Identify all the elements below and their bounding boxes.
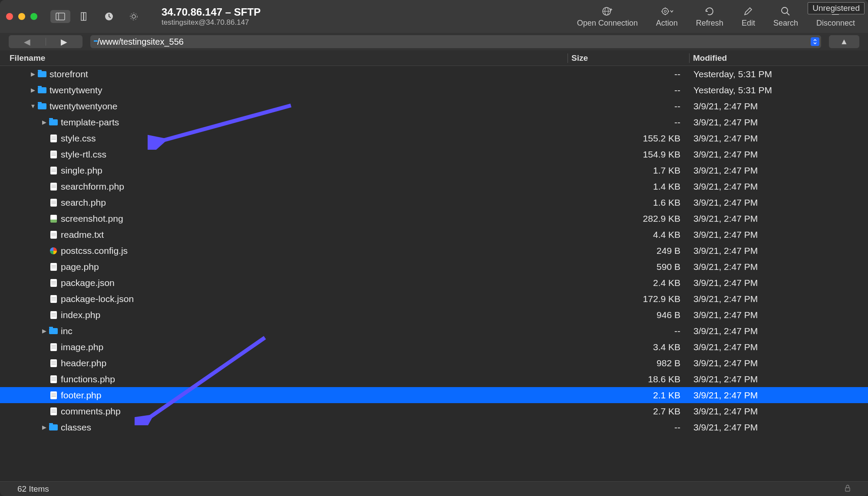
file-row[interactable]: style-rtl.css154.9 KB3/9/21, 2:47 PM <box>0 146 868 162</box>
refresh-label: Refresh <box>696 19 723 28</box>
document-file-icon <box>49 167 58 174</box>
file-name: image.php <box>61 342 103 352</box>
disclosure-triangle[interactable]: ▶ <box>40 119 49 125</box>
bookmarks-icon[interactable] <box>75 9 95 24</box>
file-row[interactable]: readme.txt4.4 KB3/9/21, 2:47 PM <box>0 227 868 243</box>
edit-button[interactable]: Edit <box>735 5 762 28</box>
file-row[interactable]: package.json2.4 KB3/9/21, 2:47 PM <box>0 275 868 291</box>
file-row[interactable]: postcss.config.js249 B3/9/21, 2:47 PM <box>0 243 868 259</box>
file-name: storefront <box>50 69 88 79</box>
nav-back-button[interactable]: ◀ <box>9 37 46 47</box>
svg-point-5 <box>132 15 135 18</box>
document-file-icon <box>49 263 58 271</box>
file-name: footer.php <box>61 390 101 401</box>
file-row[interactable]: footer.php2.1 KB3/9/21, 2:47 PM <box>0 387 868 403</box>
titlebar: 34.70.86.147 – SFTP testingsitex@34.70.8… <box>0 0 868 33</box>
document-file-icon <box>49 359 58 367</box>
nav-forward-button[interactable]: ▶ <box>46 37 83 47</box>
document-file-icon <box>49 151 58 158</box>
folder-row[interactable]: ▼twentytwentyone--3/9/21, 2:47 PM <box>0 98 868 114</box>
zoom-window-button[interactable] <box>30 13 37 20</box>
file-modified: 3/9/21, 2:47 PM <box>689 278 859 288</box>
file-modified: 3/9/21, 2:47 PM <box>689 101 859 112</box>
history-icon[interactable] <box>99 9 119 24</box>
image-file-icon <box>49 215 58 223</box>
file-modified: 3/9/21, 2:47 PM <box>689 390 859 401</box>
gear-icon <box>660 5 673 17</box>
file-row[interactable]: image.php3.4 KB3/9/21, 2:47 PM <box>0 339 868 355</box>
file-name: index.php <box>61 310 100 320</box>
file-modified: 3/9/21, 2:47 PM <box>689 133 859 144</box>
folder-icon <box>37 71 47 77</box>
search-button[interactable]: Search <box>766 5 805 28</box>
file-row[interactable]: header.php982 B3/9/21, 2:47 PM <box>0 355 868 371</box>
document-file-icon <box>49 231 58 239</box>
pencil-icon <box>743 5 753 17</box>
open-connection-button[interactable]: Open Connection <box>570 5 645 28</box>
bonjour-icon[interactable] <box>123 9 144 24</box>
file-row[interactable]: index.php946 B3/9/21, 2:47 PM <box>0 307 868 323</box>
file-size: 18.6 KB <box>568 374 689 384</box>
folder-row[interactable]: ▶storefront--Yesterday, 5:31 PM <box>0 66 868 82</box>
column-filename[interactable]: Filename <box>0 53 568 63</box>
window-title: 34.70.86.147 – SFTP <box>162 6 261 18</box>
file-row[interactable]: functions.php18.6 KB3/9/21, 2:47 PM <box>0 371 868 387</box>
disclosure-triangle[interactable]: ▼ <box>29 103 37 109</box>
document-file-icon <box>49 199 58 207</box>
file-row[interactable]: screenshot.png282.9 KB3/9/21, 2:47 PM <box>0 210 868 227</box>
file-modified: 3/9/21, 2:47 PM <box>689 117 859 128</box>
path-text: /www/testingsitex_556 <box>97 37 184 47</box>
file-modified: Yesterday, 5:31 PM <box>689 69 859 79</box>
document-file-icon <box>49 375 58 383</box>
close-window-button[interactable] <box>6 13 13 20</box>
file-modified: 3/9/21, 2:47 PM <box>689 310 859 320</box>
file-size: 249 B <box>568 246 689 256</box>
refresh-button[interactable]: Refresh <box>689 5 730 28</box>
file-modified: 3/9/21, 2:47 PM <box>689 326 859 336</box>
file-modified: 3/9/21, 2:47 PM <box>689 358 859 368</box>
disclosure-triangle[interactable]: ▶ <box>40 328 49 334</box>
disconnect-label: Disconnect <box>816 19 855 28</box>
app-window: Unregistered 34.70.86.147 – SFTP testing… <box>0 0 868 496</box>
svg-rect-0 <box>56 13 65 20</box>
window-subtitle: testingsitex@34.70.86.147 <box>162 18 261 27</box>
file-row[interactable]: single.php1.7 KB3/9/21, 2:47 PM <box>0 162 868 178</box>
minimize-window-button[interactable] <box>18 13 25 20</box>
file-name: screenshot.png <box>61 214 123 224</box>
folder-row[interactable]: ▶inc--3/9/21, 2:47 PM <box>0 323 868 339</box>
file-row[interactable]: searchform.php1.4 KB3/9/21, 2:47 PM <box>0 178 868 194</box>
file-modified: Yesterday, 5:31 PM <box>689 85 859 95</box>
file-row[interactable]: page.php590 B3/9/21, 2:47 PM <box>0 259 868 275</box>
file-list[interactable]: ▶storefront--Yesterday, 5:31 PM▶twentytw… <box>0 66 868 481</box>
file-size: 155.2 KB <box>568 133 689 144</box>
path-combobox[interactable]: /www/testingsitex_556 <box>90 35 821 48</box>
action-button[interactable]: Action <box>649 5 685 28</box>
column-size[interactable]: Size <box>568 53 689 63</box>
column-modified[interactable]: Modified <box>689 53 859 63</box>
disclosure-triangle[interactable]: ▶ <box>29 87 37 93</box>
folder-row[interactable]: ▶template-parts--3/9/21, 2:47 PM <box>0 114 868 130</box>
file-row[interactable]: search.php1.6 KB3/9/21, 2:47 PM <box>0 194 868 210</box>
file-modified: 3/9/21, 2:47 PM <box>689 214 859 224</box>
file-row[interactable]: style.css155.2 KB3/9/21, 2:47 PM <box>0 130 868 146</box>
disclosure-triangle[interactable]: ▶ <box>40 424 49 430</box>
svg-line-19 <box>787 13 789 15</box>
sidebar-toggle-button[interactable] <box>50 10 70 23</box>
file-name: page.php <box>61 262 99 272</box>
history-nav-group: ◀ ▶ <box>9 35 83 48</box>
document-file-icon <box>49 183 58 191</box>
folder-row[interactable]: ▶classes--3/9/21, 2:47 PM <box>0 419 868 435</box>
file-name: twentytwentyone <box>50 101 117 112</box>
go-up-button[interactable]: ▲ <box>829 35 859 48</box>
file-size: 282.9 KB <box>568 214 689 224</box>
file-row[interactable]: comments.php2.7 KB3/9/21, 2:47 PM <box>0 403 868 419</box>
file-modified: 3/9/21, 2:47 PM <box>689 246 859 256</box>
file-row[interactable]: package-lock.json172.9 KB3/9/21, 2:47 PM <box>0 291 868 307</box>
file-size: 154.9 KB <box>568 149 689 160</box>
folder-row[interactable]: ▶twentytwenty--Yesterday, 5:31 PM <box>0 82 868 98</box>
disclosure-triangle[interactable]: ▶ <box>29 71 37 77</box>
search-icon <box>780 5 791 17</box>
folder-icon <box>49 119 58 125</box>
file-size: -- <box>568 69 689 79</box>
path-dropdown-icon[interactable] <box>811 37 819 46</box>
